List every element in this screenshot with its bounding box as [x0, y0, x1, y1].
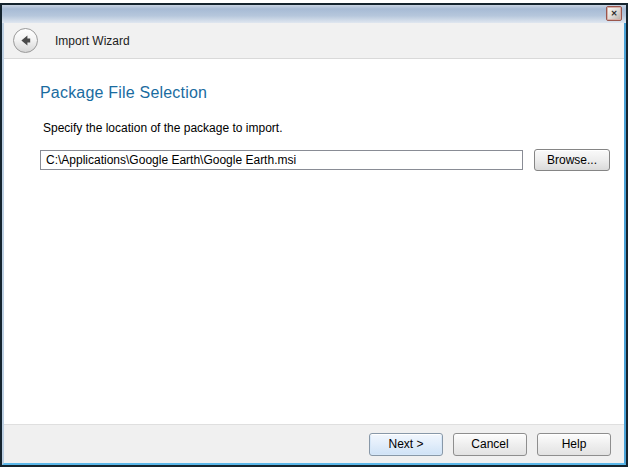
next-button[interactable]: Next >: [369, 433, 443, 456]
file-selection-row: Browse...: [40, 150, 624, 171]
package-path-input[interactable]: [40, 150, 523, 170]
back-arrow-icon: [19, 34, 32, 47]
instruction-text: Specify the location of the package to i…: [43, 121, 624, 135]
content-area: Package File Selection Specify the locat…: [4, 59, 624, 424]
window-frame: Import Wizard Package File Selection Spe…: [2, 23, 626, 465]
page-title: Package File Selection: [40, 84, 624, 102]
wizard-title: Import Wizard: [55, 34, 130, 48]
close-icon: ✕: [611, 10, 618, 18]
close-button[interactable]: ✕: [606, 6, 622, 21]
footer-bar: Next > Cancel Help: [4, 424, 624, 463]
titlebar[interactable]: ✕: [2, 5, 626, 23]
cancel-button[interactable]: Cancel: [453, 433, 527, 456]
browse-button[interactable]: Browse...: [534, 149, 610, 171]
help-button[interactable]: Help: [537, 433, 611, 456]
wizard-header: Import Wizard: [4, 23, 624, 59]
import-wizard-window: ✕ Import Wizard Package File Selection S…: [0, 3, 628, 467]
back-button[interactable]: [13, 28, 38, 53]
